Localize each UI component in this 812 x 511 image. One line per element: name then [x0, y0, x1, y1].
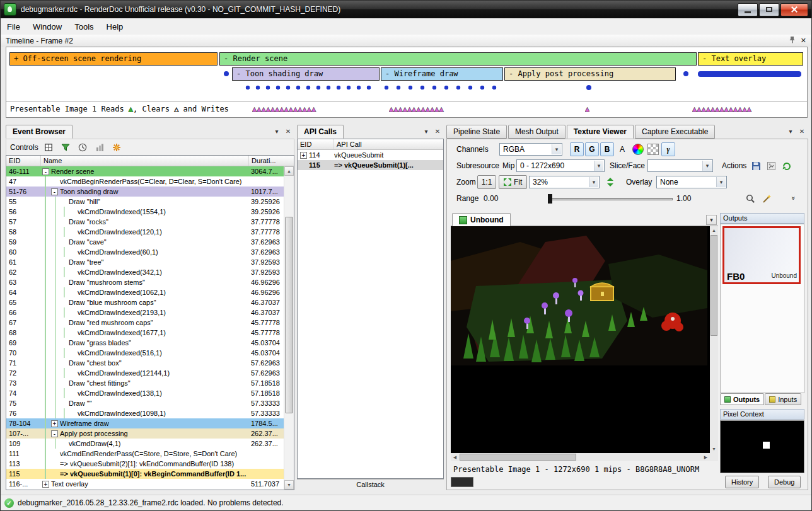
range-min-value[interactable]: 0.00 [484, 192, 498, 205]
column-duration[interactable]: Durati... [249, 156, 294, 166]
write-markers[interactable]: ▲▲▲▲▲▲▲▲▲▲▲▲ [389, 102, 505, 117]
minimize-button[interactable] [738, 3, 758, 16]
column-eid[interactable]: EID [298, 139, 334, 149]
event-row[interactable]: 111 vkCmdEndRenderPass(C=Store, D=Store,… [6, 449, 294, 459]
event-row[interactable]: 56 vkCmdDrawIndexed(1554,1) 39.25926 [6, 207, 294, 217]
gamma-button[interactable]: γ [661, 142, 675, 156]
texture-tab-unbound[interactable]: Unbound [452, 213, 511, 226]
column-name[interactable]: Name [41, 156, 249, 166]
scroll-down-icon[interactable]: ▼ [710, 445, 718, 453]
event-row[interactable]: 78-104 +Wireframe draw 1784.5... [6, 418, 294, 428]
event-row[interactable]: 58 vkCmdDrawIndexed(120,1) 37.77778 [6, 227, 294, 237]
zoom-1to1-button[interactable]: 1:1 [477, 175, 496, 189]
api-call-row[interactable]: +114 vkQueueSubmit [298, 150, 443, 160]
column-eid[interactable]: EID [6, 156, 41, 166]
close-icon[interactable]: ✕ [801, 37, 806, 45]
api-table-header[interactable]: EID API Call [298, 139, 443, 150]
outputs-header[interactable]: Outputs [720, 213, 804, 224]
timeline-section-toon-shading[interactable]: - Toon shading draw [232, 67, 380, 81]
write-marker[interactable]: ▲ [585, 102, 589, 117]
menu-item[interactable]: Help [100, 20, 130, 34]
viewport-vscrollbar[interactable]: ▲ ▼ [710, 226, 718, 453]
output-fb0-thumbnail[interactable]: FB0 Unbound [722, 226, 801, 284]
range-slider[interactable] [548, 198, 673, 200]
right-panel-tab[interactable]: Mesh Output [508, 125, 566, 139]
expander-icon[interactable]: + [300, 152, 307, 159]
event-row[interactable]: 66 vkCmdDrawIndexed(2193,1) 46.37037 [6, 307, 294, 318]
event-row[interactable]: 72 vkCmdDrawIndexed(12144,1) 57.62963 [6, 368, 294, 378]
event-row[interactable]: 116-... +Text overlay 511.7037 [6, 479, 294, 489]
callstack-section[interactable]: Callstack [297, 479, 444, 490]
scroll-right-icon[interactable]: ▶ [702, 453, 710, 461]
column-api-call[interactable]: API Call [334, 139, 443, 149]
event-row[interactable]: 74 vkCmdDrawIndexed(138,1) 57.18518 [6, 388, 294, 398]
timeline-panel-header[interactable]: Timeline - Frame #2 ✕ [1, 35, 811, 47]
event-row[interactable]: 46-111 -Render scene 3064.7... [6, 166, 294, 176]
overlay-dropdown[interactable]: None▾ [656, 176, 727, 188]
scroll-up-icon[interactable]: ▲ [284, 166, 294, 176]
event-row[interactable]: 47 vkCmdBeginRenderPass(C=Clear, D=Clear… [6, 176, 294, 187]
history-button[interactable]: History [725, 476, 759, 488]
timeline-event-dot[interactable] [683, 71, 688, 76]
expander-icon[interactable]: - [42, 168, 49, 175]
tab-api-calls[interactable]: API Calls [297, 125, 344, 139]
viewport-hscrollbar[interactable]: ◀ ▶ [451, 453, 710, 461]
timeline-section-text-overlay[interactable]: - Text overlay [698, 52, 803, 66]
toolbar-overflow-icon[interactable]: » [790, 197, 797, 200]
zoom-dropdown[interactable]: 32%▾ [529, 176, 600, 188]
scroll-down-icon[interactable]: ▼ [284, 480, 294, 490]
debug-button[interactable]: Debug [768, 476, 801, 488]
event-row[interactable]: 107-... -Apply post processing 262.37... [6, 428, 294, 439]
event-row[interactable]: 73 Draw "chest fittings" 57.18518 [6, 378, 294, 388]
texture-image[interactable] [451, 226, 707, 365]
timeline-section-offscreen[interactable]: + Off-screen scene rendering [9, 52, 218, 66]
scrollbar-thumb[interactable] [460, 454, 576, 461]
menu-item[interactable]: File [1, 20, 26, 34]
tab-inputs[interactable]: Inputs [765, 393, 801, 405]
event-row[interactable]: 55 Draw "hill" 39.25926 [6, 197, 294, 207]
dock-menu-icon[interactable]: ▾ [421, 127, 431, 137]
title-bar[interactable]: debugmarker.rdc - RenderDoc Unofficial r… [1, 1, 811, 18]
dock-menu-icon[interactable]: ▾ [786, 127, 796, 137]
close-button[interactable] [780, 3, 808, 16]
fit-button[interactable]: Fit [499, 175, 527, 189]
scrollbar-thumb[interactable] [710, 235, 717, 336]
timeline-event-strip[interactable] [698, 71, 801, 77]
mip-dropdown[interactable]: 0 - 1272x690▾ [516, 159, 605, 172]
range-max-value[interactable]: 1.00 [676, 192, 691, 205]
api-call-row[interactable]: 115 => vkQueueSubmit(1)[... [298, 160, 443, 170]
refresh-icon[interactable] [779, 159, 793, 173]
timeline-event-dot[interactable] [586, 85, 591, 90]
pin-icon[interactable] [789, 36, 796, 45]
export-icon[interactable] [764, 159, 778, 173]
pixel-context-header[interactable]: Pixel Context [720, 409, 804, 420]
alpha-checkerboard-icon[interactable] [646, 142, 660, 156]
write-markers[interactable]: ▲▲▲▲▲▲▲▲▲▲▲▲▲ [692, 102, 803, 117]
time-durations-icon[interactable] [76, 141, 90, 154]
write-markers[interactable]: ▲▲▲▲▲▲▲▲▲▲▲▲▲▲ [252, 102, 378, 117]
event-row[interactable]: 57 Draw "rocks" 37.77778 [6, 217, 294, 227]
event-row[interactable]: 62 vkCmdDrawIndexed(342,1) 37.92593 [6, 267, 294, 277]
right-panel-tab[interactable]: Capture Executable [635, 125, 715, 139]
scroll-left-icon[interactable]: ◀ [451, 453, 459, 461]
scrollbar-thumb[interactable] [285, 217, 293, 413]
timeline-draw-dots-toon[interactable] [245, 84, 376, 91]
event-row[interactable]: 69 Draw "grass blades" 45.03704 [6, 338, 294, 348]
channel-alpha-button[interactable]: A [615, 142, 629, 156]
event-row[interactable]: 60 vkCmdDrawIndexed(60,1) 37.62963 [6, 247, 294, 257]
maximize-button[interactable] [759, 3, 779, 16]
save-icon[interactable] [749, 159, 763, 173]
event-row[interactable]: 68 vkCmdDrawIndexed(1677,1) 45.77778 [6, 328, 294, 338]
zoom-range-icon[interactable] [743, 192, 757, 205]
menu-item[interactable]: Tools [68, 20, 100, 34]
timeline-section-postprocess[interactable]: - Apply post processing [504, 67, 676, 81]
event-row[interactable]: 63 Draw "mushroom stems" 46.96296 [6, 277, 294, 287]
pixel-context-view[interactable] [720, 420, 804, 473]
texture-viewport[interactable]: ▲ ▼ ◀ ▶ [451, 226, 718, 461]
settings-icon[interactable] [110, 141, 124, 154]
scroll-up-icon[interactable]: ▲ [710, 226, 718, 234]
expander-icon[interactable]: - [51, 430, 58, 437]
channel-blue-button[interactable]: B [600, 142, 614, 156]
close-icon[interactable]: ✕ [283, 127, 293, 137]
channels-dropdown[interactable]: RGBA▾ [499, 143, 562, 156]
